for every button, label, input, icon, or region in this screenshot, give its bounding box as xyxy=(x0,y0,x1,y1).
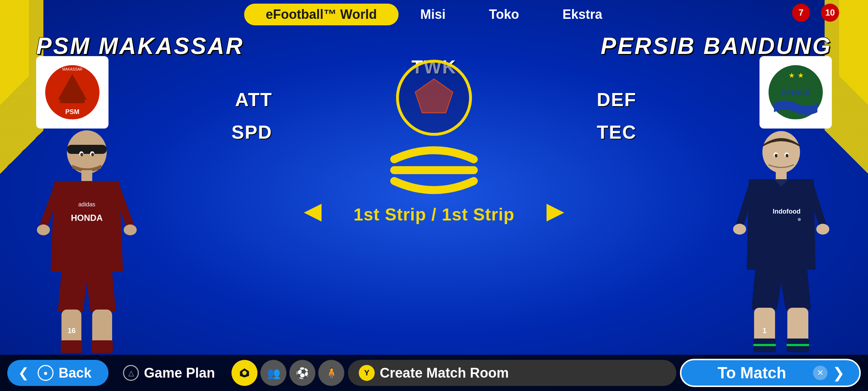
svg-text:HONDA: HONDA xyxy=(71,213,103,223)
nav-tab-misi[interactable]: Misi xyxy=(399,4,467,25)
chevron-left-icon: ❮ xyxy=(18,365,29,381)
stats-chart-circle xyxy=(396,60,472,136)
svg-text:⊕: ⊕ xyxy=(797,217,801,222)
svg-rect-14 xyxy=(67,145,107,154)
create-room-label: Create Match Room xyxy=(380,365,509,381)
svg-text:16: 16 xyxy=(68,327,76,335)
to-match-button[interactable]: To Match ✕ ❯ xyxy=(680,359,861,387)
svg-rect-26 xyxy=(61,340,82,353)
gameplan-button[interactable]: △ Game Plan xyxy=(112,360,228,386)
svg-point-20 xyxy=(37,224,50,235)
svg-point-21 xyxy=(124,224,137,235)
svg-point-17 xyxy=(80,153,83,156)
svg-text:PERSIB: PERSIB xyxy=(781,89,810,98)
nav-tab-ekstra[interactable]: Ekstra xyxy=(541,4,624,25)
svg-marker-46 xyxy=(415,79,453,113)
player-right: Indofood ⊕ 1 xyxy=(712,109,850,355)
svg-text:★: ★ xyxy=(797,71,804,79)
strip-label: 1st Strip / 1st Strip xyxy=(353,205,514,224)
team-name-left: PSM MAKASSAR xyxy=(36,33,244,59)
svg-point-35 xyxy=(733,224,746,235)
svg-text:MAKASSAR: MAKASSAR xyxy=(62,67,82,71)
prev-kit-button[interactable]: ◀ xyxy=(304,197,322,224)
svg-text:★: ★ xyxy=(788,71,795,79)
next-kit-button[interactable]: ▶ xyxy=(546,197,564,224)
bottom-bar: ❮ ● Back △ Game Plan 👥 ⚽ 🧍 Y Create Matc… xyxy=(0,355,868,391)
svg-point-33 xyxy=(786,154,788,157)
gameplan-label: Game Plan xyxy=(144,365,215,381)
player-left: HONDA adidas 16 xyxy=(18,109,156,355)
tab-icon-players[interactable]: 👥 xyxy=(260,360,286,386)
triangle-icon: △ xyxy=(123,365,139,381)
svg-text:Indofood: Indofood xyxy=(773,208,801,215)
nav-tab-efootball[interactable]: eFootball™ World xyxy=(244,4,399,25)
tab-icon-person[interactable]: 🧍 xyxy=(318,360,344,386)
tab-icon-club[interactable] xyxy=(231,360,258,386)
svg-text:adidas: adidas xyxy=(78,201,95,207)
svg-point-36 xyxy=(816,224,829,235)
svg-point-49 xyxy=(242,371,247,375)
tab-icon-ball[interactable]: ⚽ xyxy=(289,360,315,386)
svg-point-29 xyxy=(762,131,800,173)
team-name-right: PERSIB BANDUNG xyxy=(601,33,832,59)
top-nav: eFootball™ World Misi Toko Ekstra xyxy=(0,0,868,29)
create-match-room-button[interactable]: Y Create Match Room xyxy=(348,360,676,386)
circle-icon: ● xyxy=(38,365,54,381)
notification-heart[interactable]: 7 xyxy=(792,4,810,22)
to-match-label: To Match xyxy=(696,364,808,382)
y-button-icon: Y xyxy=(359,365,375,381)
svg-point-18 xyxy=(91,153,94,156)
notification-bell[interactable]: 10 xyxy=(821,4,839,22)
svg-text:1: 1 xyxy=(762,327,766,335)
back-label: Back xyxy=(59,365,92,381)
svg-rect-19 xyxy=(81,170,92,181)
close-icon: ✕ xyxy=(813,366,827,380)
arrow-right-icon: ❯ xyxy=(833,365,845,381)
svg-rect-44 xyxy=(787,344,809,346)
efootball-center-logo xyxy=(383,138,485,203)
svg-point-32 xyxy=(775,154,778,157)
nav-tab-toko[interactable]: Toko xyxy=(467,4,541,25)
back-button[interactable]: ❮ ● Back xyxy=(7,360,109,386)
svg-rect-27 xyxy=(92,340,113,353)
svg-rect-43 xyxy=(753,344,776,346)
svg-rect-3 xyxy=(60,100,85,103)
tab-icons-group: 👥 ⚽ 🧍 xyxy=(231,360,344,386)
svg-rect-34 xyxy=(776,170,787,180)
